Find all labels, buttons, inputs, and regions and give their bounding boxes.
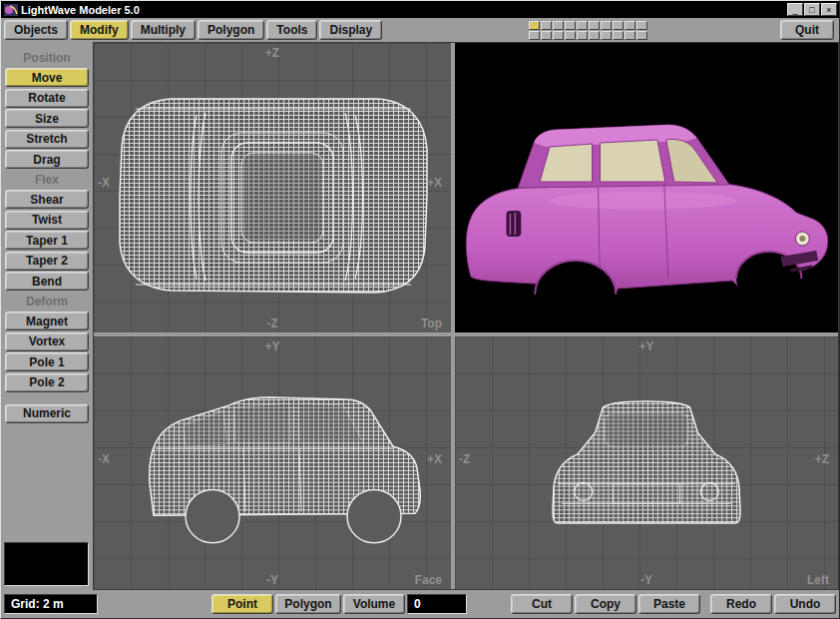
preset-button[interactable]	[613, 21, 624, 30]
tool-magnet[interactable]: Magnet	[5, 311, 89, 330]
tool-rotate[interactable]: Rotate	[5, 89, 89, 108]
preset-button[interactable]	[589, 31, 600, 40]
preset-button-cluster	[529, 21, 647, 40]
menu-objects[interactable]: Objects	[4, 20, 68, 40]
app-icon	[4, 4, 18, 16]
tool-vortex[interactable]: Vortex	[5, 332, 89, 351]
preset-button[interactable]	[553, 31, 564, 40]
preset-button[interactable]	[553, 21, 564, 30]
tool-size[interactable]: Size	[5, 109, 89, 128]
statusbar: Grid: 2 m Point Polygon Volume 0 Cut Cop…	[1, 590, 839, 618]
tool-taper-2[interactable]: Taper 2	[5, 252, 89, 271]
axis-label: -X	[98, 176, 110, 190]
close-icon[interactable]: ×	[821, 3, 837, 16]
preset-button[interactable]	[589, 21, 600, 30]
sidebar-preview-box	[4, 542, 89, 586]
tool-pole-1[interactable]: Pole 1	[5, 352, 89, 371]
axis-label: -Z	[459, 452, 470, 466]
axis-label: +Z	[815, 452, 829, 466]
mode-volume-button[interactable]: Volume	[343, 594, 405, 614]
preset-button[interactable]	[529, 21, 540, 30]
viewport-name-label: Face	[415, 573, 442, 587]
tool-drag[interactable]: Drag	[5, 150, 89, 169]
cut-button[interactable]: Cut	[511, 594, 573, 614]
minimize-icon[interactable]: _	[787, 3, 803, 16]
axis-label: -X	[98, 452, 110, 466]
menu-polygon[interactable]: Polygon	[198, 20, 264, 40]
selection-counter: 0	[407, 594, 467, 614]
tool-shear[interactable]: Shear	[5, 190, 89, 209]
tool-stretch[interactable]: Stretch	[5, 130, 89, 149]
preset-button[interactable]	[601, 21, 612, 30]
preset-button[interactable]	[636, 21, 647, 30]
mode-polygon-button[interactable]: Polygon	[275, 594, 341, 614]
redo-button[interactable]: Redo	[710, 594, 772, 614]
preset-button[interactable]	[541, 31, 552, 40]
viewport-face[interactable]: +Y -X +X -Y Face	[94, 336, 451, 589]
axis-label: -Y	[640, 573, 652, 587]
menu-multiply[interactable]: Multiply	[131, 20, 196, 40]
tool-sidebar: Position Move Rotate Size Stretch Drag F…	[1, 42, 93, 590]
app-window: LightWave Modeler 5.0 _ □ × Objects Modi…	[0, 0, 840, 619]
window-title: LightWave Modeler 5.0	[21, 4, 787, 16]
shaded-car-perspective	[455, 43, 838, 332]
paste-button[interactable]: Paste	[638, 594, 700, 614]
preset-button[interactable]	[636, 31, 647, 40]
section-label-position: Position	[1, 51, 93, 65]
preset-button[interactable]	[529, 31, 540, 40]
undo-button[interactable]: Undo	[774, 594, 836, 614]
preset-button[interactable]	[541, 21, 552, 30]
preset-button[interactable]	[577, 21, 588, 30]
axis-label: -Y	[266, 573, 278, 587]
tool-twist[interactable]: Twist	[5, 211, 89, 230]
quit-button[interactable]: Quit	[780, 20, 834, 40]
preset-button[interactable]	[577, 31, 588, 40]
grid-size-display: Grid: 2 m	[4, 594, 98, 614]
viewport-grid: +Z -X +X -Z Top	[93, 42, 839, 590]
viewport-left[interactable]: +Y -Z +Z -Y Left	[455, 336, 838, 589]
titlebar: LightWave Modeler 5.0 _ □ ×	[1, 1, 839, 18]
wireframe-car-top-view	[94, 43, 451, 332]
preset-button[interactable]	[601, 31, 612, 40]
viewport-perspective[interactable]	[455, 43, 838, 332]
preset-button[interactable]	[625, 31, 635, 40]
axis-label: -Z	[266, 316, 277, 330]
tool-taper-1[interactable]: Taper 1	[5, 231, 89, 250]
tool-pole-2[interactable]: Pole 2	[5, 373, 89, 392]
axis-label: +Y	[638, 339, 653, 353]
section-label-deform: Deform	[1, 295, 93, 309]
window-controls: _ □ ×	[787, 3, 837, 16]
menu-tools[interactable]: Tools	[266, 20, 317, 40]
menu-display[interactable]: Display	[319, 20, 382, 40]
axis-label: +X	[427, 176, 442, 190]
preset-button[interactable]	[625, 21, 635, 30]
preset-button[interactable]	[565, 31, 576, 40]
maximize-icon[interactable]: □	[804, 3, 820, 16]
axis-label: +X	[427, 452, 442, 466]
viewport-name-label: Left	[807, 573, 829, 587]
preset-button[interactable]	[613, 31, 624, 40]
main-area: Position Move Rotate Size Stretch Drag F…	[1, 42, 839, 590]
axis-label: +Y	[264, 339, 279, 353]
menu-modify[interactable]: Modify	[70, 20, 129, 40]
tool-move[interactable]: Move	[5, 68, 89, 87]
axis-label: +Z	[265, 46, 279, 60]
wireframe-car-side-view	[94, 336, 451, 589]
numeric-button[interactable]: Numeric	[5, 404, 89, 423]
viewport-name-label: Top	[421, 316, 442, 330]
tool-bend[interactable]: Bend	[5, 272, 89, 291]
viewport-top[interactable]: +Z -X +X -Z Top	[94, 43, 451, 332]
preset-button[interactable]	[565, 21, 576, 30]
mode-point-button[interactable]: Point	[211, 594, 273, 614]
copy-button[interactable]: Copy	[575, 594, 636, 614]
menubar: Objects Modify Multiply Polygon Tools Di…	[1, 18, 839, 42]
wireframe-car-front-view	[455, 336, 838, 589]
section-label-flex: Flex	[1, 173, 93, 187]
